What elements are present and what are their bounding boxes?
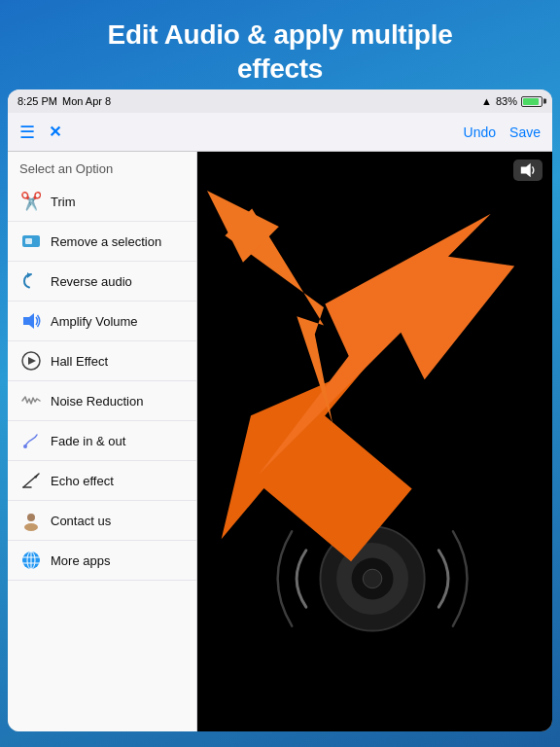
battery-icon bbox=[521, 96, 542, 107]
sidebar-item-trim[interactable]: ✂️ Trim bbox=[8, 182, 196, 222]
svg-marker-15 bbox=[521, 163, 531, 177]
svg-point-8 bbox=[27, 514, 35, 521]
reverse-icon bbox=[19, 269, 43, 293]
sidebar-item-hall-effect[interactable]: Hall Effect bbox=[8, 341, 196, 381]
volume-icon bbox=[519, 161, 537, 179]
amplify-icon bbox=[19, 309, 43, 333]
heading-line1: Edit Audio & apply multiple bbox=[29, 18, 531, 52]
trim-label: Trim bbox=[51, 195, 76, 209]
reverse-label: Reverse audio bbox=[51, 274, 132, 289]
status-bar-left: 8:25 PM Mon Apr 8 bbox=[18, 95, 111, 107]
main-content: Select an Option ✂️ Trim Remove a select… bbox=[8, 152, 552, 731]
orange-arrow bbox=[207, 191, 440, 424]
svg-point-19 bbox=[363, 570, 381, 588]
sidebar: Select an Option ✂️ Trim Remove a select… bbox=[8, 152, 197, 731]
menu-icon[interactable]: ☰ bbox=[19, 122, 35, 143]
noise-reduction-label: Noise Reduction bbox=[51, 394, 143, 409]
page-heading: Edit Audio & apply multiple effects bbox=[0, 0, 560, 99]
toolbar-right: Undo Save bbox=[464, 124, 541, 140]
fade-label: Fade in & out bbox=[51, 434, 125, 448]
contact-icon bbox=[19, 509, 43, 532]
battery-percent: 83% bbox=[496, 95, 517, 107]
sidebar-header: Select an Option bbox=[8, 152, 196, 182]
svg-point-5 bbox=[23, 445, 27, 448]
svg-marker-4 bbox=[28, 357, 36, 365]
hall-effect-icon bbox=[19, 349, 43, 373]
echo-icon bbox=[19, 469, 43, 492]
hall-effect-label: Hall Effect bbox=[51, 354, 108, 369]
undo-button[interactable]: Undo bbox=[464, 124, 496, 140]
status-bar-right: ▲ 83% bbox=[481, 95, 542, 107]
close-icon[interactable]: ✕ bbox=[49, 123, 61, 141]
sidebar-item-fade[interactable]: Fade in & out bbox=[8, 421, 196, 461]
svg-point-9 bbox=[24, 523, 38, 531]
save-button[interactable]: Save bbox=[509, 124, 541, 140]
sidebar-item-noise-reduction[interactable]: Noise Reduction bbox=[8, 381, 196, 421]
wifi-icon: ▲ bbox=[481, 95, 492, 107]
toolbar: ☰ ✕ Undo Save bbox=[8, 113, 552, 152]
remove-selection-label: Remove a selection bbox=[51, 234, 161, 249]
sidebar-item-contact[interactable]: Contact us bbox=[8, 501, 196, 541]
sidebar-item-amplify[interactable]: Amplify Volume bbox=[8, 302, 196, 341]
noise-reduction-icon bbox=[19, 389, 43, 412]
fade-icon bbox=[19, 429, 43, 452]
trim-icon: ✂️ bbox=[19, 190, 43, 213]
sidebar-item-reverse[interactable]: Reverse audio bbox=[8, 262, 196, 302]
volume-button[interactable] bbox=[513, 160, 542, 181]
device-frame: 8:25 PM Mon Apr 8 ▲ 83% ☰ ✕ Undo Save Se… bbox=[8, 89, 552, 731]
battery-fill bbox=[523, 98, 539, 105]
status-bar: 8:25 PM Mon Apr 8 ▲ 83% bbox=[8, 89, 552, 113]
sidebar-item-more-apps[interactable]: More apps bbox=[8, 541, 196, 581]
more-apps-label: More apps bbox=[51, 553, 110, 568]
svg-marker-2 bbox=[23, 313, 34, 329]
toolbar-left: ☰ ✕ bbox=[19, 122, 464, 143]
time: 8:25 PM bbox=[18, 95, 57, 107]
heading-line2: effects bbox=[29, 52, 531, 86]
svg-rect-1 bbox=[25, 238, 32, 244]
date: Mon Apr 8 bbox=[62, 95, 111, 107]
sidebar-item-remove-selection[interactable]: Remove a selection bbox=[8, 222, 196, 262]
sidebar-item-echo[interactable]: Echo effect bbox=[8, 461, 196, 501]
contact-label: Contact us bbox=[51, 514, 111, 528]
remove-selection-icon bbox=[19, 230, 43, 253]
more-apps-icon bbox=[19, 549, 43, 572]
echo-label: Echo effect bbox=[51, 474, 114, 488]
amplify-label: Amplify Volume bbox=[51, 314, 138, 329]
main-panel bbox=[197, 152, 552, 731]
